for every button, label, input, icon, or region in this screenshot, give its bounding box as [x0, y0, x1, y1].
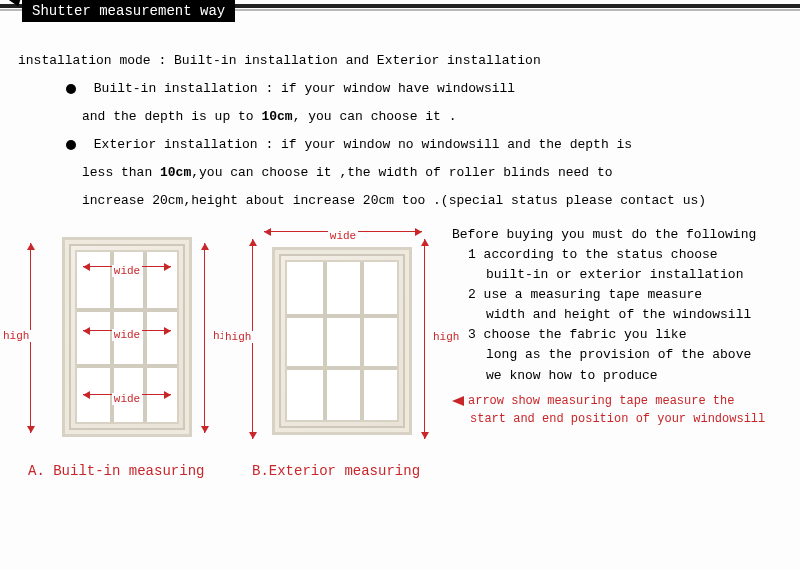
diagram-a-caption: A. Built-in measuring: [28, 463, 228, 479]
bullet-1-text-a: Built-in installation : if your window h…: [94, 81, 515, 96]
step-1b: built-in or exterior installation: [452, 265, 772, 285]
bullet-2-bold: 10cm: [160, 165, 191, 180]
bullet-2-line-2: less than 10cm,you can choose it ,the wi…: [18, 162, 782, 184]
bullet-2-line-1: Exterior installation : if your window n…: [18, 134, 782, 156]
window-a-grid: wide wide wide: [75, 250, 179, 424]
header-bar: Shutter measurement way: [0, 0, 800, 30]
arrow-left-icon: [452, 396, 464, 406]
step-3b: long as the provision of the above: [452, 345, 772, 365]
dim-label-high: high: [223, 331, 253, 343]
bullet-1-text-b-pre: and the depth is up to: [82, 109, 261, 124]
footnote-1-text: arrow show measuring tape measure the: [468, 394, 734, 408]
bullet-icon: [66, 140, 76, 150]
bullet-2-text-a: Exterior installation : if your window n…: [94, 137, 632, 152]
bullet-1-line-1: Built-in installation : if your window h…: [18, 78, 782, 100]
bullet-2-text-b-post: ,you can choose it ,the width of roller …: [191, 165, 612, 180]
footnote-1: arrow show measuring tape measure the: [452, 392, 772, 411]
dim-a-wide-3: wide: [83, 394, 171, 407]
diagram-b: wide high high B.Exterior measuring: [242, 225, 442, 475]
step-2: 2 use a measuring tape measure: [452, 285, 772, 305]
lower-section: high wide wide wide high A. Built-in mea…: [18, 225, 782, 475]
dim-label-high: high: [431, 331, 461, 343]
dim-label-wide: wide: [328, 230, 358, 242]
body-content: installation mode : Built-in installatio…: [0, 50, 800, 475]
bullet-1-line-2: and the depth is up to 10cm, you can cho…: [18, 106, 782, 128]
window-b-frame: [272, 247, 412, 435]
intro-line: installation mode : Built-in installatio…: [18, 50, 782, 72]
diagram-b-caption: B.Exterior measuring: [252, 463, 442, 479]
dim-a-high-right: high: [204, 243, 205, 433]
dim-a-wide-1: wide: [83, 266, 171, 279]
instructions-block: Before buying you must do the following …: [442, 225, 772, 475]
footnote-2: start and end position of your windowsil…: [452, 410, 772, 429]
header-title: Shutter measurement way: [22, 0, 235, 22]
dim-b-high-left: high: [252, 239, 253, 439]
diagram-a: high wide wide wide high A. Built-in mea…: [28, 225, 228, 475]
step-2b: width and height of the windowsill: [452, 305, 772, 325]
bullet-1-text-b-post: , you can choose it .: [293, 109, 457, 124]
dim-a-high-left: high: [30, 243, 31, 433]
dim-b-high-right: high: [424, 239, 425, 439]
dim-b-wide: wide: [264, 231, 422, 244]
step-3: 3 choose the fabric you like: [452, 325, 772, 345]
window-b-grid: [285, 260, 399, 422]
bullet-1-bold: 10cm: [261, 109, 292, 124]
bullet-icon: [66, 84, 76, 94]
instructions-intro: Before buying you must do the following: [452, 225, 772, 245]
window-a-frame: wide wide wide: [62, 237, 192, 437]
dim-a-wide-2: wide: [83, 330, 171, 343]
step-3c: we know how to produce: [452, 366, 772, 386]
step-1: 1 according to the status choose: [452, 245, 772, 265]
bullet-2-line-3: increase 20cm,height about increase 20cm…: [18, 190, 782, 212]
dim-label-high: high: [1, 330, 31, 342]
bullet-2-text-b-pre: less than: [82, 165, 160, 180]
